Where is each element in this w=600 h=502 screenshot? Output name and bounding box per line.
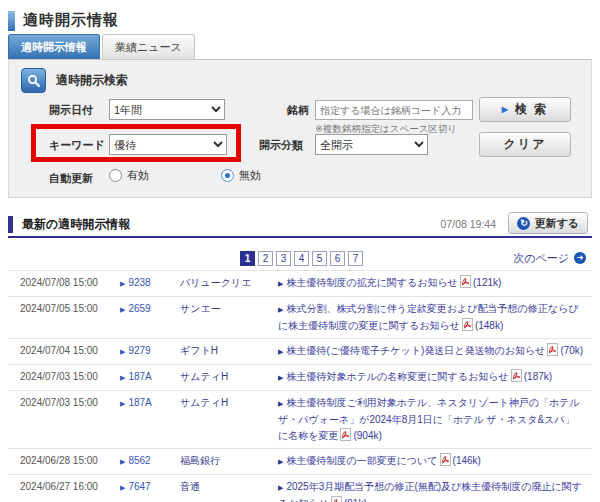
pdf-icon [340,428,351,441]
radio-circle-icon [109,169,122,182]
page-button[interactable]: 2 [258,251,273,266]
pdf-icon [462,318,473,331]
bullet-icon: ▶ [278,348,283,355]
disclosure-link[interactable]: 株主優待制度の一部変更について(146k) [286,455,481,466]
disclosure-title-cell: ▶株主優待制度の一部変更について(146k) [278,453,592,470]
bullet-icon: ▶ [120,348,125,355]
page-button[interactable]: 6 [330,251,345,266]
pagination: 1 2 3 4 5 6 7 [240,251,363,266]
stock-code-link[interactable]: ▶9279 [120,343,180,360]
table-row: 2024/07/08 15:00 ▶9238 バリュークリエ ▶株主優待制度の拡… [8,271,592,297]
disclosure-datetime: 2024/06/27 16:00 [8,479,120,495]
autoupdate-label: 自動更新 [49,167,93,189]
company-name: サムティH [180,395,278,411]
page-title-bar: 適時開示情報 [0,0,600,32]
disclosure-datetime: 2024/06/28 15:00 [8,453,120,469]
radio-circle-checked-icon [221,169,234,182]
refresh-icon: ↻ [517,217,530,230]
disclosure-datetime: 2024/07/03 15:00 [8,369,120,385]
tab-timely-disclosure[interactable]: 適時開示情報 [8,34,100,59]
autoupdate-radio-enabled[interactable]: 有効 [109,168,149,183]
disclosure-link[interactable]: 株式分割、株式分割に伴う定款変更および配当予想の修正ならびに株主優待制度の変更に… [278,303,579,331]
table-row: 2024/06/28 15:00 ▶8562 福島銀行 ▶株主優待制度の一部変更… [8,449,592,475]
tab-bar: 適時開示情報 業績ニュース [0,34,600,59]
disclosure-link[interactable]: 株主優待制度ご利用対象ホテル、ネスタリゾート神戸の「ホテル ザ・パヴォーネ」が2… [278,397,580,441]
stock-code-link[interactable]: ▶187A [120,395,180,412]
clear-button[interactable]: クリア [479,132,571,157]
company-name: ギフトH [180,343,278,359]
bullet-icon: ▶ [278,306,283,313]
category-label: 開示分類 [259,134,303,156]
stock-label: 銘柄 [287,99,309,121]
bullet-icon: ▶ [278,280,283,287]
next-page-icon: ➜ [574,252,586,264]
search-panel-title: 適時開示検索 [56,72,128,89]
disclosure-title-cell: ▶株主優待制度の拡充に関するお知らせ(121k) [278,275,592,292]
stock-code-link[interactable]: ▶8562 [120,453,180,470]
results-accent-bar [8,216,13,233]
company-name: バリュークリエ [180,275,278,291]
pdf-icon [511,369,522,382]
stock-code-link[interactable]: ▶9238 [120,275,180,292]
disclosure-datetime: 2024/07/03 15:00 [8,395,120,411]
page-button[interactable]: 3 [276,251,291,266]
stock-code-link[interactable]: ▶7647 [120,479,180,496]
bullet-icon: ▶ [278,458,283,465]
last-updated-timestamp: 07/08 19:44 [441,218,496,230]
table-row: 2024/07/03 15:00 ▶187A サムティH ▶株主優待制度ご利用対… [8,391,592,449]
disclosure-link[interactable]: 2025年3月期配当予想の修正(無配)及び株主優待制度の廃止に関するお知らせ(9… [278,481,582,502]
search-icon [21,68,46,93]
bullet-icon: ▶ [278,400,283,407]
table-row: 2024/06/27 16:00 ▶7647 音通 ▶2025年3月期配当予想の… [8,475,592,502]
pdf-icon [460,275,471,288]
disclosure-link[interactable]: 株主優待対象ホテルの名称変更に関するお知らせ(187k) [286,371,552,382]
stock-code-input[interactable] [315,100,473,120]
page-button[interactable]: 7 [348,251,363,266]
pdf-icon [440,453,451,466]
company-name: 音通 [180,479,278,495]
bullet-icon: ▶ [278,484,283,491]
disclosure-title-cell: ▶株主優待(ご優待電子チケット)発送日と発送物のお知らせ(70k) [278,343,592,360]
keyword-label: キーワード [49,134,105,156]
disclosure-datetime: 2024/07/08 15:00 [8,275,120,291]
search-panel-header: 適時開示検索 [21,68,128,93]
search-button-arrow-icon: ▶ [502,105,510,114]
table-row: 2024/07/05 15:00 ▶2659 サンエー ▶株式分割、株式分割に伴… [8,297,592,339]
bullet-icon: ▶ [120,484,125,491]
bullet-icon: ▶ [120,400,125,407]
next-page-link[interactable]: 次のページ ➜ [513,251,586,266]
tab-earnings-news[interactable]: 業績ニュース [102,34,195,59]
disclosure-table: 2024/07/08 15:00 ▶9238 バリュークリエ ▶株主優待制度の拡… [8,270,592,502]
disclosure-title-cell: ▶株式分割、株式分割に伴う定款変更および配当予想の修正ならびに株主優待制度の変更… [278,301,592,334]
category-select[interactable]: 全開示 [315,134,428,155]
bullet-icon: ▶ [120,280,125,287]
stock-code-link[interactable]: ▶187A [120,369,180,386]
company-name: 福島銀行 [180,453,278,469]
pagination-row: 1 2 3 4 5 6 7 次のページ ➜ [8,248,592,268]
disclosure-datetime: 2024/07/04 15:00 [8,343,120,359]
page-button[interactable]: 1 [240,251,255,266]
company-name: サムティH [180,369,278,385]
timely-disclosure-page: 適時開示情報 適時開示情報 業績ニュース 適時開示検索 開示日付 1年間 銘柄 … [0,0,600,502]
disclosure-link[interactable]: 株主優待(ご優待電子チケット)発送日と発送物のお知らせ(70k) [286,345,583,356]
results-header: 最新の適時開示情報 07/08 19:44 ↻ 更新する [8,212,592,238]
page-button[interactable]: 4 [294,251,309,266]
title-accent-bar [8,11,15,31]
refresh-button[interactable]: ↻ 更新する [508,212,588,234]
disclosure-title-cell: ▶株主優待対象ホテルの名称変更に関するお知らせ(187k) [278,369,592,386]
date-label: 開示日付 [49,99,93,121]
company-name: サンエー [180,301,278,317]
table-row: 2024/07/03 15:00 ▶187A サムティH ▶株主優待対象ホテルの… [8,365,592,391]
disclosure-title-cell: ▶2025年3月期配当予想の修正(無配)及び株主優待制度の廃止に関するお知らせ(… [278,479,592,502]
stock-code-link[interactable]: ▶2659 [120,301,180,318]
autoupdate-radio-disabled[interactable]: 無効 [221,168,261,183]
keyword-select[interactable]: 優待 [109,134,227,155]
results-title: 最新の適時開示情報 [22,216,130,233]
page-button[interactable]: 5 [312,251,327,266]
date-range-select[interactable]: 1年間 [109,99,225,120]
bullet-icon: ▶ [120,458,125,465]
pdf-icon [547,343,558,356]
disclosure-link[interactable]: 株主優待制度の拡充に関するお知らせ(121k) [286,277,501,288]
search-button[interactable]: ▶検 索 [479,97,571,122]
bullet-icon: ▶ [120,374,125,381]
